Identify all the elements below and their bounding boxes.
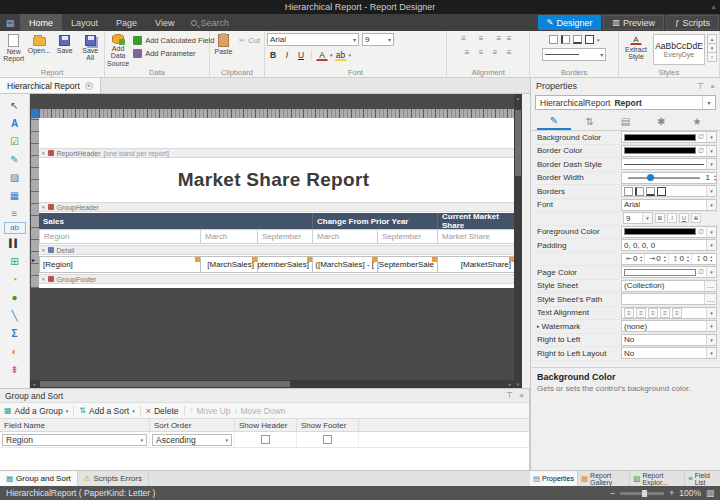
font-color-button[interactable]: A: [316, 50, 328, 61]
text-alignment-editor[interactable]: ≡ ≡ ≡ ≡ ≡ ▾: [621, 307, 717, 319]
appearance-tab-icon[interactable]: ✎: [537, 113, 571, 130]
watermark-editor[interactable]: (none) ▾: [621, 320, 717, 332]
horizontal-scrollbar[interactable]: ◂ ▸: [30, 380, 514, 388]
border-bottom-icon[interactable]: [646, 187, 655, 196]
scroll-left-icon[interactable]: ◂: [30, 381, 38, 387]
border-left-icon[interactable]: [635, 187, 644, 196]
add-group-button[interactable]: ▦ Add a Group ▾: [4, 406, 68, 416]
delete-button[interactable]: × Delete: [146, 406, 179, 416]
label-tool-icon[interactable]: A: [4, 114, 26, 132]
cut-button[interactable]: ✂ Cut: [237, 35, 262, 46]
column-show-footer[interactable]: Show Footer: [297, 419, 359, 431]
pin-icon[interactable]: ⊤: [697, 82, 704, 91]
align-option-icon[interactable]: ≡: [660, 308, 670, 318]
report-page[interactable]: ▾ ReportHeader [one band per report] Mar…: [39, 118, 514, 288]
border-left-button[interactable]: [561, 35, 570, 44]
rich-text-tool-icon[interactable]: ✎: [4, 150, 26, 168]
document-tab-hierarchical-report[interactable]: Hierarchical Report ×: [0, 78, 101, 93]
gallery-expand-icon[interactable]: ▿: [707, 52, 717, 62]
underline-button[interactable]: U: [295, 49, 307, 61]
border-line-style-combo[interactable]: ▾: [542, 48, 606, 61]
page-layout-icon[interactable]: ▥: [706, 488, 714, 498]
style-sheet-editor[interactable]: (Collection) …: [621, 280, 717, 292]
border-color-editor[interactable]: ∅ ▾: [621, 145, 717, 157]
pin-icon[interactable]: ⊤: [506, 391, 513, 400]
shape-tool-icon[interactable]: ●: [4, 288, 26, 306]
tab-view[interactable]: View: [146, 14, 183, 31]
add-data-source-button[interactable]: Add Data Source: [107, 33, 129, 67]
design-surface[interactable]: ▸ ▾ ReportHeader [one band per report] M…: [30, 94, 522, 388]
right-to-left-editor[interactable]: No ▾: [621, 334, 717, 346]
detail-cell-september-formula[interactable]: ([SeptemberSale: [378, 256, 438, 273]
background-color-editor[interactable]: ∅ ▾: [621, 131, 717, 143]
chevron-down-icon[interactable]: ▾: [597, 37, 600, 43]
pivot-grid-tool-icon[interactable]: Σ: [4, 324, 26, 342]
detail-cell-region[interactable]: [Region]: [39, 256, 201, 273]
move-down-button[interactable]: ↓ Move Down: [234, 406, 286, 416]
column-show-header[interactable]: Show Header: [235, 419, 297, 431]
align-option-icon[interactable]: ≡: [636, 308, 646, 318]
band-strip-report-header[interactable]: ▾ ReportHeader [one band per report]: [39, 148, 514, 158]
save-button[interactable]: Save: [53, 33, 77, 67]
zoom-slider-thumb[interactable]: [642, 490, 647, 497]
tab-home[interactable]: Home: [20, 14, 62, 31]
ellipsis-button[interactable]: …: [704, 281, 716, 291]
align-top-button[interactable]: ≡: [461, 47, 473, 58]
align-option-icon[interactable]: ≡: [672, 308, 682, 318]
border-dash-style-editor[interactable]: ▾: [621, 158, 717, 170]
highlight-color-button[interactable]: ab: [335, 50, 347, 61]
column-header-cell[interactable]: Market Share: [438, 229, 515, 244]
close-tab-icon[interactable]: ×: [85, 82, 93, 90]
border-none-button[interactable]: [549, 35, 558, 44]
band-strip-group-header[interactable]: ▾ GroupHeader: [39, 202, 514, 212]
page-color-editor[interactable]: ∅ ▾: [621, 266, 717, 278]
scroll-right-icon[interactable]: ▸: [506, 381, 514, 387]
sort-order-combo[interactable]: Ascending ▾: [152, 434, 232, 446]
band-collapse-icon[interactable]: ▾: [42, 276, 45, 282]
open-report-button[interactable]: Open...: [28, 33, 52, 67]
tab-group-and-sort[interactable]: ▦ Group and Sort: [0, 471, 78, 486]
move-up-button[interactable]: ↑ Move Up: [190, 406, 231, 416]
chevron-down-icon[interactable]: ▾: [349, 52, 352, 58]
align-middle-button[interactable]: ≡: [475, 47, 487, 58]
zip-code-tool-icon[interactable]: ⊞: [4, 252, 26, 270]
field-name-combo[interactable]: Region ▾: [2, 434, 147, 446]
scroll-down-icon[interactable]: ▾: [517, 380, 520, 388]
tab-properties[interactable]: ▤ Properties: [530, 471, 578, 486]
save-all-button[interactable]: Save All: [79, 33, 103, 67]
show-footer-checkbox[interactable]: [323, 435, 332, 444]
italic-button[interactable]: I: [281, 49, 293, 61]
font-underline-button[interactable]: U: [679, 213, 689, 223]
bar-code-tool-icon[interactable]: ▍▍: [4, 234, 26, 252]
scroll-up-icon[interactable]: ▴: [517, 94, 520, 102]
table-header-cell[interactable]: Change From Prior Year: [313, 213, 438, 229]
line-tool-icon[interactable]: ╲: [4, 306, 26, 324]
align-option-icon[interactable]: ≡: [624, 308, 634, 318]
close-panel-icon[interactable]: ×: [519, 391, 524, 400]
designer-mode-button[interactable]: ✎ Designer: [538, 15, 602, 30]
behavior-tab-icon[interactable]: ✱: [644, 113, 678, 130]
picture-box-tool-icon[interactable]: ▨: [4, 168, 26, 186]
font-bold-button[interactable]: B: [655, 213, 665, 223]
extract-style-button[interactable]: A Extract Style: [621, 33, 651, 67]
spinner-icons[interactable]: ▴▾: [714, 174, 716, 182]
table-tool-icon[interactable]: ▦: [4, 186, 26, 204]
character-comb-tool-icon[interactable]: ab: [4, 222, 26, 234]
border-bottom-button[interactable]: [573, 35, 582, 44]
align-left-button[interactable]: ≡: [461, 33, 473, 44]
font-size-combo[interactable]: 9 ▾: [362, 33, 394, 46]
text-wrap-button[interactable]: ≡: [503, 47, 515, 58]
border-width-editor[interactable]: 1 ▴▾: [621, 172, 717, 184]
band-strip-group-footer[interactable]: ▾ GroupFooter: [39, 274, 514, 284]
border-none-icon[interactable]: [624, 187, 633, 196]
slider-thumb[interactable]: [647, 174, 654, 181]
font-family-editor[interactable]: Arial ▾: [621, 199, 717, 211]
tab-page[interactable]: Page: [107, 14, 146, 31]
vertical-scroll-thumb[interactable]: [515, 110, 521, 176]
font-family-combo[interactable]: Arial ▾: [267, 33, 359, 46]
tab-layout[interactable]: Layout: [62, 14, 107, 31]
border-width-slider[interactable]: [628, 177, 700, 179]
right-to-left-layout-editor[interactable]: No ▾: [621, 347, 717, 359]
detail-cell-market-share[interactable]: [MarketShare]: [438, 256, 515, 273]
ribbon-search[interactable]: Search: [191, 14, 229, 31]
